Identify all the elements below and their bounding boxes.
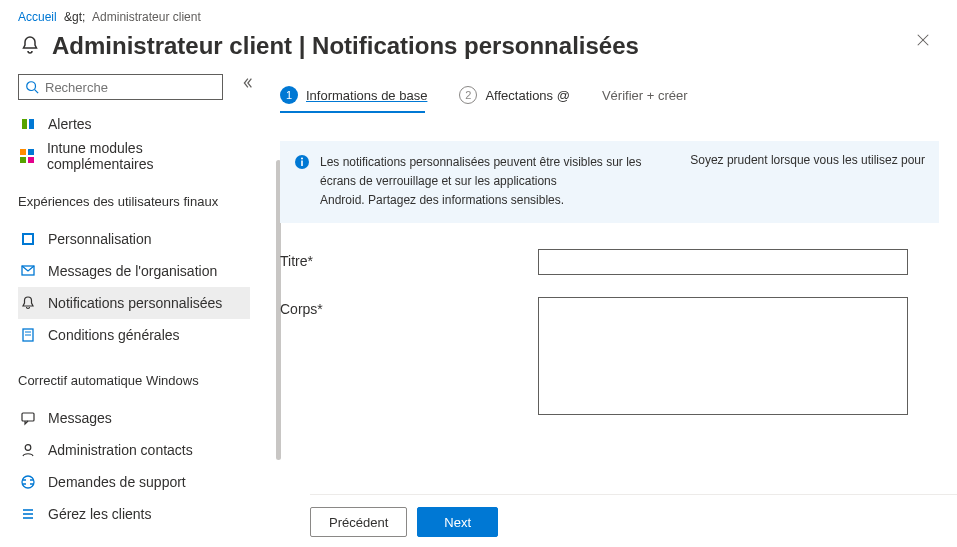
wizard-tabs: 1 Informations de base 2 Affectations @ … <box>280 80 939 113</box>
svg-rect-7 <box>28 149 34 155</box>
step-2-badge: 2 <box>459 86 477 104</box>
nav-top: AlertesIntune modules complémentaires <box>18 108 250 172</box>
nav-windows-item-1[interactable]: Administration contacts <box>18 434 250 466</box>
tab-review-label: Vérifier + créer <box>602 88 688 103</box>
main-content: 1 Informations de base 2 Affectations @ … <box>250 74 957 541</box>
nav-section-windows: Correctif automatique Windows <box>18 365 250 394</box>
nav-top-item-label: Intune modules complémentaires <box>47 140 242 172</box>
orgmsg-icon <box>18 261 38 281</box>
nav-enduser-item-3[interactable]: Conditions générales <box>18 319 250 351</box>
svg-line-3 <box>35 90 39 94</box>
svg-rect-8 <box>20 157 26 163</box>
svg-rect-4 <box>22 119 27 129</box>
previous-button[interactable]: Précédent <box>310 507 407 537</box>
sidebar: AlertesIntune modules complémentaires Ex… <box>0 74 250 541</box>
bell-icon <box>18 293 38 313</box>
alerts-icon <box>18 114 38 134</box>
body-label: Corps* <box>280 297 538 317</box>
contact-icon <box>18 440 38 460</box>
svg-rect-16 <box>22 413 34 421</box>
nav-windows-item-label: Demandes de support <box>48 474 186 490</box>
sidebar-search[interactable] <box>18 74 223 100</box>
nav-windows-item-0[interactable]: Messages <box>18 402 250 434</box>
custom-icon <box>18 229 38 249</box>
info-icon <box>294 154 310 170</box>
nav-enduser-item-1[interactable]: Messages de l'organisation <box>18 255 250 287</box>
nav-top-item-0[interactable]: Alertes <box>18 108 250 140</box>
nav-windows-item-label: Gérez les clients <box>48 506 151 522</box>
breadcrumb-home[interactable]: Accueil <box>18 10 57 24</box>
next-button[interactable]: Next <box>417 507 498 537</box>
svg-point-2 <box>27 82 36 91</box>
search-input[interactable] <box>45 80 216 95</box>
svg-rect-6 <box>20 149 26 155</box>
form-row-title: Titre* <box>280 249 939 275</box>
breadcrumb-current: Administrateur client <box>92 10 201 24</box>
page-header: Administrateur client | Notifications pe… <box>0 28 957 74</box>
page-title: Administrateur client | Notifications pe… <box>52 32 639 60</box>
nav-enduser-item-label: Conditions générales <box>48 327 180 343</box>
svg-point-18 <box>22 476 34 488</box>
bell-icon <box>18 34 42 58</box>
addons-icon <box>18 146 37 166</box>
svg-rect-5 <box>29 119 34 129</box>
nav-enduser-item-label: Notifications personnalisées <box>48 295 222 311</box>
title-label: Titre* <box>280 249 538 269</box>
svg-rect-23 <box>301 161 303 167</box>
title-input[interactable] <box>538 249 908 275</box>
svg-rect-9 <box>28 157 34 163</box>
nav-enduser-item-2[interactable]: Notifications personnalisées <box>18 287 250 319</box>
info-banner: Les notifications personnalisées peuvent… <box>280 141 939 223</box>
breadcrumb-separator: &gt; <box>64 10 85 24</box>
close-button[interactable] <box>911 28 935 52</box>
nav-enduser-item-0[interactable]: Personnalisation <box>18 223 250 255</box>
info-line2: Android. Partagez des informations sensi… <box>320 193 564 207</box>
tab-assignments-label: Affectations @ <box>485 88 570 103</box>
svg-point-24 <box>301 158 303 160</box>
form-row-body: Corps* <box>280 297 939 418</box>
clients-icon <box>18 504 38 524</box>
nav-top-item-label: Alertes <box>48 116 92 132</box>
wizard-footer: Précédent Next <box>310 494 957 537</box>
body-textarea[interactable] <box>538 297 908 415</box>
nav-section-end-user: Expériences des utilisateurs finaux <box>18 186 250 215</box>
nav-enduser-item-label: Messages de l'organisation <box>48 263 217 279</box>
tab-assignments[interactable]: 2 Affectations @ <box>459 80 582 112</box>
terms-icon <box>18 325 38 345</box>
nav-section2-list: MessagesAdministration contactsDemandes … <box>18 402 250 530</box>
nav-windows-item-2[interactable]: Demandes de support <box>18 466 250 498</box>
step-1-badge: 1 <box>280 86 298 104</box>
svg-rect-11 <box>24 235 32 243</box>
nav-top-item-1[interactable]: Intune modules complémentaires <box>18 140 250 172</box>
nav-windows-item-label: Messages <box>48 410 112 426</box>
tab-review[interactable]: Vérifier + créer <box>602 82 700 111</box>
info-line1: Les notifications personnalisées peuvent… <box>320 155 642 188</box>
nav-section1-list: PersonnalisationMessages de l'organisati… <box>18 223 250 351</box>
tab-basics-label: Informations de base <box>306 88 427 103</box>
msg-icon <box>18 408 38 428</box>
support-icon <box>18 472 38 492</box>
tab-basics[interactable]: 1 Informations de base <box>280 80 439 112</box>
search-icon <box>25 80 39 94</box>
svg-point-17 <box>25 445 31 451</box>
info-right: Soyez prudent lorsque vous les utilisez … <box>690 153 925 211</box>
nav-enduser-item-label: Personnalisation <box>48 231 152 247</box>
nav-windows-item-label: Administration contacts <box>48 442 193 458</box>
nav-windows-item-3[interactable]: Gérez les clients <box>18 498 250 530</box>
breadcrumb: Accueil &gt; Administrateur client <box>0 0 957 28</box>
